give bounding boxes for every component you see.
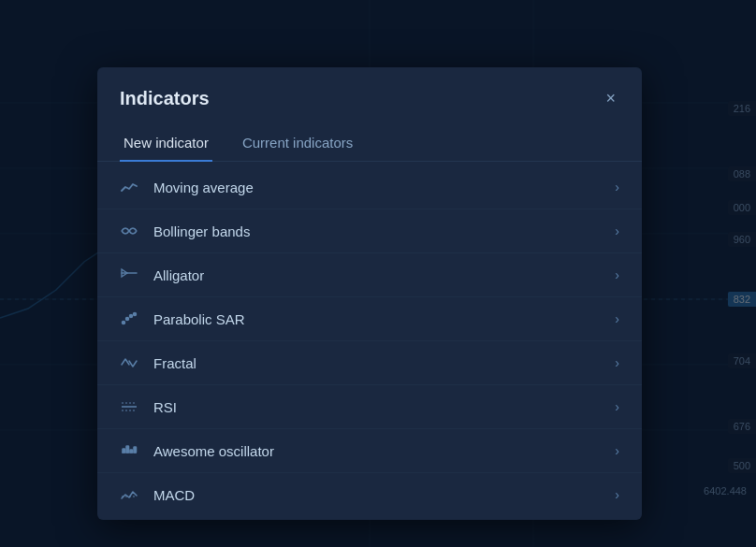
indicators-modal: Indicators × New indicator Current indic… [97,67,642,520]
tab-current-indicators[interactable]: Current indicators [239,125,356,162]
svg-point-13 [134,313,137,316]
chevron-right-icon-bb: › [615,223,619,238]
indicator-item-parabolic-sar[interactable]: Parabolic SAR › [97,297,642,341]
modal-header: Indicators × [97,67,642,110]
indicator-name-macd: MACD [153,487,615,503]
close-button[interactable]: × [602,86,619,110]
chevron-right-icon-macd: › [615,487,619,502]
svg-point-10 [123,322,125,324]
modal-title: Indicators [120,88,210,109]
chevron-right-icon-rsi: › [615,399,619,414]
chevron-right-icon-al: › [615,267,619,282]
svg-rect-17 [123,449,125,453]
svg-rect-20 [134,447,137,453]
chevron-right-icon-fr: › [615,355,619,370]
indicator-item-awesome-oscillator[interactable]: Awesome oscillator › [97,429,642,473]
indicator-name-bollinger-bands: Bollinger bands [153,223,615,239]
awesome-oscillator-icon [120,441,146,460]
indicator-item-alligator[interactable]: Alligator › [97,253,642,297]
indicator-name-fractal: Fractal [153,355,615,371]
indicator-item-rsi[interactable]: RSI › [97,385,642,429]
tabs-container: New indicator Current indicators [97,125,642,162]
indicator-name-parabolic-sar: Parabolic SAR [153,311,615,327]
indicator-name-moving-average: Moving average [153,180,615,195]
svg-rect-18 [126,446,129,453]
chevron-right-icon-psar: › [615,311,619,326]
indicator-item-fractal[interactable]: Fractal › [97,341,642,385]
fractal-icon [120,353,146,372]
indicator-name-alligator: Alligator [153,267,615,283]
rsi-icon [120,397,146,416]
svg-point-11 [126,318,129,321]
macd-icon [120,485,146,504]
indicator-list: Moving average › Bollinger bands › A [97,162,642,520]
moving-average-icon [120,178,146,196]
bollinger-bands-icon [120,222,146,240]
tab-new-indicator[interactable]: New indicator [120,125,212,162]
chevron-right-icon-ma: › [615,180,619,194]
indicator-item-macd[interactable]: MACD › [97,473,642,516]
indicator-item-bollinger-bands[interactable]: Bollinger bands › [97,209,642,253]
indicator-item-moving-average[interactable]: Moving average › [97,166,642,209]
parabolic-sar-icon [120,309,146,328]
chevron-right-icon-ao: › [615,443,619,458]
indicator-name-awesome-oscillator: Awesome oscillator [153,443,615,459]
alligator-icon [120,266,146,284]
svg-point-12 [130,315,133,318]
indicator-name-rsi: RSI [153,399,615,415]
